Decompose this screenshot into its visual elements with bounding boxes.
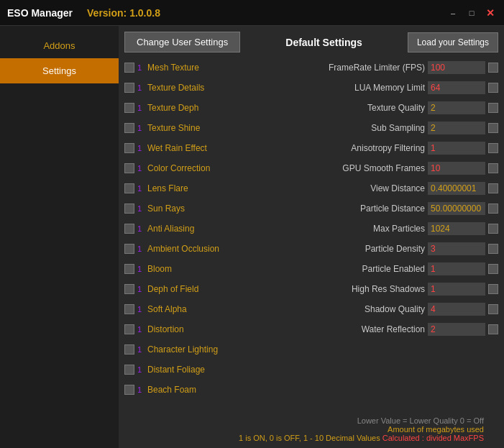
right-setting-value[interactable] xyxy=(428,242,485,255)
right-setting-checkbox[interactable] xyxy=(488,83,498,93)
right-setting-label: Texture Quality xyxy=(367,103,425,113)
right-setting-value[interactable] xyxy=(428,202,485,215)
setting-checkbox[interactable] xyxy=(124,304,134,314)
right-setting-value[interactable] xyxy=(428,61,485,74)
setting-checkbox[interactable] xyxy=(124,224,134,234)
right-setting-value[interactable] xyxy=(428,142,485,155)
default-settings-label: Default Settings xyxy=(247,37,400,48)
right-setting-value[interactable] xyxy=(428,283,485,296)
setting-checkbox[interactable] xyxy=(124,123,134,133)
right-setting-checkbox[interactable] xyxy=(488,183,498,193)
setting-num: 1 xyxy=(137,124,145,132)
right-setting-checkbox[interactable] xyxy=(488,204,498,214)
right-setting-checkbox[interactable] xyxy=(488,284,498,294)
right-setting-label: LUA Memory Limit xyxy=(354,83,425,93)
right-setting-row: Anisotropy Filtering xyxy=(285,139,498,157)
left-setting-row: 1Texture Shine xyxy=(124,119,283,137)
right-setting-value[interactable] xyxy=(428,222,485,235)
setting-checkbox[interactable] xyxy=(124,83,134,93)
right-setting-value[interactable] xyxy=(428,162,485,175)
setting-num: 1 xyxy=(137,204,145,213)
left-setting-row: 1Sun Rays xyxy=(124,199,283,218)
right-setting-checkbox[interactable] xyxy=(488,244,498,254)
right-setting-row: Max Particles xyxy=(285,219,498,238)
setting-checkbox[interactable] xyxy=(124,284,134,294)
right-setting-row: Sub Sampling xyxy=(285,119,498,137)
setting-checkbox[interactable] xyxy=(124,63,134,73)
setting-num: 1 xyxy=(137,184,145,193)
load-settings-button[interactable]: Load your Settings xyxy=(408,32,498,52)
right-setting-row: View Distance xyxy=(285,179,498,198)
left-setting-row: 1Bloom xyxy=(124,260,283,278)
right-setting-label: GPU Smooth Frames xyxy=(342,163,425,173)
right-setting-checkbox[interactable] xyxy=(488,143,498,153)
setting-name: Color Correction xyxy=(147,163,283,173)
right-setting-label: View Distance xyxy=(370,183,425,193)
right-setting-label: Particle Distance xyxy=(360,204,425,214)
left-setting-row: 1Texture Details xyxy=(124,78,283,97)
right-setting-value[interactable] xyxy=(428,122,485,134)
footer: Lower Value = Lower Quality 0 = Off Amou… xyxy=(124,416,498,442)
settings-columns: 1Mesh Texture1Texture Details1Texture De… xyxy=(124,58,498,413)
right-setting-checkbox[interactable] xyxy=(488,224,498,234)
setting-name: Beach Foam xyxy=(147,385,283,395)
setting-num: 1 xyxy=(137,224,145,233)
right-setting-checkbox[interactable] xyxy=(488,324,498,334)
right-setting-checkbox[interactable] xyxy=(488,63,498,73)
close-button[interactable]: ✕ xyxy=(484,8,497,18)
right-setting-label: Particle Density xyxy=(365,244,425,254)
setting-name: Sun Rays xyxy=(147,204,283,214)
setting-checkbox[interactable] xyxy=(124,204,134,214)
setting-checkbox[interactable] xyxy=(124,344,134,355)
right-setting-checkbox[interactable] xyxy=(488,304,498,314)
left-setting-row: 1Wet Rain Effect xyxy=(124,139,283,157)
left-settings-column: 1Mesh Texture1Texture Details1Texture De… xyxy=(124,58,283,413)
setting-name: Texture Deph xyxy=(147,103,283,113)
setting-checkbox[interactable] xyxy=(124,103,134,113)
left-setting-row: 1Mesh Texture xyxy=(124,58,283,77)
setting-checkbox[interactable] xyxy=(124,163,134,173)
right-setting-row: FrameRate Limiter (FPS) xyxy=(285,58,498,77)
setting-checkbox[interactable] xyxy=(124,183,134,193)
left-setting-row: 1Character Lighting xyxy=(124,340,283,359)
right-setting-label: Anisotropy Filtering xyxy=(351,143,425,153)
app-name: ESO Manager xyxy=(7,7,73,19)
right-setting-checkbox[interactable] xyxy=(488,264,498,274)
sidebar-item-addons[interactable]: Addons xyxy=(0,33,119,58)
right-setting-checkbox[interactable] xyxy=(488,163,498,173)
footer-line3-red: Calculated : divided MaxFPS xyxy=(382,434,484,442)
setting-checkbox[interactable] xyxy=(124,324,134,334)
maximize-button[interactable]: □ xyxy=(465,8,478,18)
setting-name: Lens Flare xyxy=(147,183,283,193)
setting-checkbox[interactable] xyxy=(124,365,134,375)
right-setting-row: Water Reflection xyxy=(285,320,498,339)
right-setting-value[interactable] xyxy=(428,303,485,316)
setting-checkbox[interactable] xyxy=(124,264,134,274)
right-setting-checkbox[interactable] xyxy=(488,103,498,113)
sidebar-item-settings[interactable]: Settings xyxy=(0,58,119,83)
right-setting-value[interactable] xyxy=(428,182,485,195)
right-setting-row: Shadow Quality xyxy=(285,300,498,319)
setting-name: Mesh Texture xyxy=(147,63,283,73)
minimize-button[interactable]: – xyxy=(446,8,459,18)
sidebar: Addons Settings xyxy=(0,26,119,448)
setting-checkbox[interactable] xyxy=(124,244,134,254)
right-setting-checkbox[interactable] xyxy=(488,123,498,133)
left-setting-row: 1Color Correction xyxy=(124,159,283,178)
setting-name: Deph of Field xyxy=(147,284,283,294)
change-settings-button[interactable]: Change User Settings xyxy=(124,32,240,52)
right-setting-value[interactable] xyxy=(428,81,485,94)
right-setting-row: Particle Density xyxy=(285,239,498,258)
right-setting-value[interactable] xyxy=(428,101,485,114)
setting-name: Character Lighting xyxy=(147,344,283,355)
content-area: Change User Settings Default Settings Lo… xyxy=(119,26,504,448)
setting-checkbox[interactable] xyxy=(124,385,134,395)
right-setting-value[interactable] xyxy=(428,262,485,275)
setting-num: 1 xyxy=(137,83,145,92)
main-layout: Addons Settings Change User Settings Def… xyxy=(0,26,504,448)
setting-checkbox[interactable] xyxy=(124,143,134,153)
setting-name: Distant Foliage xyxy=(147,365,283,375)
right-setting-value[interactable] xyxy=(428,323,485,336)
right-setting-row: LUA Memory Limit xyxy=(285,78,498,97)
right-setting-label: FrameRate Limiter (FPS) xyxy=(329,63,425,73)
